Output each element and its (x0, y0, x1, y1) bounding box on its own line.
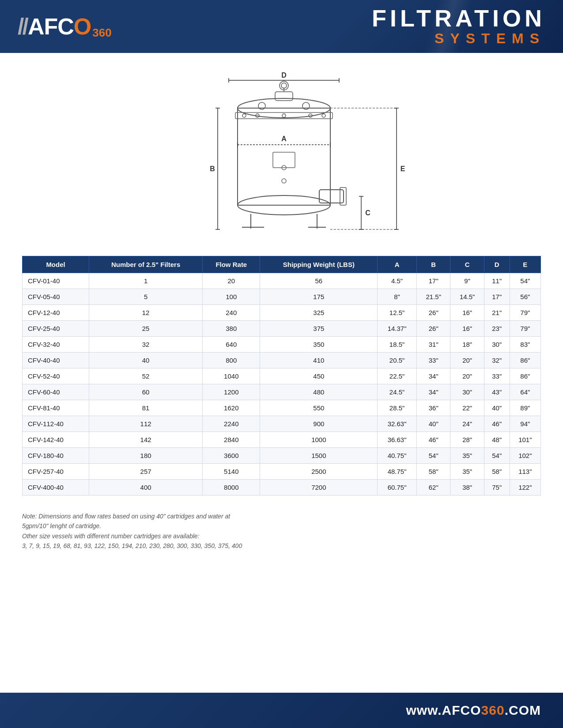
table-cell-6-4: 22.5" (378, 368, 417, 384)
table-cell-2-1: 12 (89, 305, 203, 321)
table-cell-1-3: 175 (260, 289, 378, 305)
table-cell-5-4: 20.5" (378, 353, 417, 368)
table-cell-8-5: 36" (417, 400, 450, 416)
svg-rect-5 (238, 108, 330, 205)
table-cell-0-0: CFV-01-40 (23, 273, 89, 289)
note-4: 3, 7, 9, 15, 19, 68, 81, 93, 122, 150, 1… (22, 541, 541, 551)
table-cell-0-2: 20 (203, 273, 260, 289)
table-row: CFV-05-4051001758"21.5"14.5"17"56" (23, 289, 541, 305)
svg-text:D: D (281, 71, 287, 79)
table-cell-4-6: 18" (450, 337, 484, 353)
table-cell-0-7: 11" (484, 273, 510, 289)
table-cell-4-7: 30" (484, 337, 510, 353)
table-cell-6-1: 52 (89, 368, 203, 384)
table-row: CFV-01-40120564.5"17"9"11"54" (23, 273, 541, 289)
table-header-row: Model Number of 2.5" Filters Flow Rate S… (23, 256, 541, 273)
table-cell-5-6: 20" (450, 353, 484, 368)
table-cell-10-8: 101" (510, 432, 540, 448)
table-row: CFV-40-404080041020.5"33"20"32"86" (23, 353, 541, 368)
table-cell-7-5: 34" (417, 384, 450, 400)
table-cell-13-7: 75" (484, 480, 510, 495)
table-cell-1-6: 14.5" (450, 289, 484, 305)
table-cell-3-3: 375 (260, 321, 378, 337)
table-cell-12-1: 257 (89, 464, 203, 480)
table-cell-1-7: 17" (484, 289, 510, 305)
table-cell-10-0: CFV-142-40 (23, 432, 89, 448)
table-cell-4-8: 83" (510, 337, 540, 353)
table-cell-2-0: CFV-12-40 (23, 305, 89, 321)
table-cell-1-4: 8" (378, 289, 417, 305)
table-cell-1-5: 21.5" (417, 289, 450, 305)
table-cell-8-4: 28.5" (378, 400, 417, 416)
table-row: CFV-180-401803600150040.75"54"35"54"102" (23, 448, 541, 464)
footer-url: www.AFCO360.COM (406, 703, 541, 718)
table-cell-4-3: 350 (260, 337, 378, 353)
table-cell-11-6: 35" (450, 448, 484, 464)
table-cell-5-1: 40 (89, 353, 203, 368)
svg-text:B: B (210, 165, 215, 173)
table-cell-3-0: CFV-25-40 (23, 321, 89, 337)
header-title-sub: SYSTEMS (372, 30, 545, 47)
col-filters: Number of 2.5" Filters (89, 256, 203, 273)
col-model: Model (23, 256, 89, 273)
svg-text:E: E (400, 165, 405, 173)
table-cell-8-3: 550 (260, 400, 378, 416)
table-cell-6-5: 34" (417, 368, 450, 384)
table-cell-9-8: 94" (510, 416, 540, 432)
table-cell-12-5: 58" (417, 464, 450, 480)
table-cell-10-2: 2840 (203, 432, 260, 448)
svg-rect-7 (275, 92, 293, 101)
table-cell-2-2: 240 (203, 305, 260, 321)
table-cell-13-6: 38" (450, 480, 484, 495)
table-cell-3-7: 23" (484, 321, 510, 337)
table-cell-0-1: 1 (89, 273, 203, 289)
table-row: CFV-32-403264035018.5"31"18"30"83" (23, 337, 541, 353)
table-cell-7-7: 43" (484, 384, 510, 400)
table-body: CFV-01-40120564.5"17"9"11"54"CFV-05-4051… (23, 273, 541, 495)
logo-area: // AFC O 360 (18, 15, 111, 38)
table-cell-8-7: 40" (484, 400, 510, 416)
table-cell-8-6: 22" (450, 400, 484, 416)
table-cell-11-1: 180 (89, 448, 203, 464)
svg-text:C: C (365, 209, 370, 217)
svg-point-16 (282, 114, 286, 117)
logo-afco: AFC (28, 15, 74, 38)
table-cell-13-5: 62" (417, 480, 450, 495)
table-cell-9-4: 32.63" (378, 416, 417, 432)
table-row: CFV-112-40112224090032.63"40"24"46"94" (23, 416, 541, 432)
table-cell-13-2: 8000 (203, 480, 260, 495)
table-cell-9-7: 46" (484, 416, 510, 432)
table-cell-4-2: 640 (203, 337, 260, 353)
table-row: CFV-257-402575140250048.75"58"35"58"113" (23, 464, 541, 480)
col-c: C (450, 256, 484, 273)
table-row: CFV-52-4052104045022.5"34"20"33"86" (23, 368, 541, 384)
table-cell-12-8: 113" (510, 464, 540, 480)
header-title-main: FILTRATION (372, 6, 545, 30)
table-cell-11-3: 1500 (260, 448, 378, 464)
col-d: D (484, 256, 510, 273)
table-cell-10-3: 1000 (260, 432, 378, 448)
footer: www.AFCO360.COM (0, 693, 563, 728)
svg-text:A: A (281, 135, 287, 143)
notes-area: Note: Dimensions and flow rates based on… (0, 504, 563, 555)
table-cell-3-6: 16" (450, 321, 484, 337)
table-cell-6-2: 1040 (203, 368, 260, 384)
table-cell-4-4: 18.5" (378, 337, 417, 353)
table-cell-11-2: 3600 (203, 448, 260, 464)
table-cell-11-5: 54" (417, 448, 450, 464)
table-cell-13-4: 60.75" (378, 480, 417, 495)
specs-table: Model Number of 2.5" Filters Flow Rate S… (22, 256, 541, 495)
table-cell-12-3: 2500 (260, 464, 378, 480)
col-a: A (378, 256, 417, 273)
table-cell-2-8: 79" (510, 305, 540, 321)
table-row: CFV-81-4081162055028.5"36"22"40"89" (23, 400, 541, 416)
table-cell-10-5: 46" (417, 432, 450, 448)
table-cell-2-5: 26" (417, 305, 450, 321)
table-cell-8-8: 89" (510, 400, 540, 416)
header: // AFC O 360 FILTRATION SYSTEMS (0, 0, 563, 53)
table-cell-9-2: 2240 (203, 416, 260, 432)
table-cell-7-6: 30" (450, 384, 484, 400)
table-cell-13-0: CFV-400-40 (23, 480, 89, 495)
table-cell-2-4: 12.5" (378, 305, 417, 321)
table-cell-12-6: 35" (450, 464, 484, 480)
